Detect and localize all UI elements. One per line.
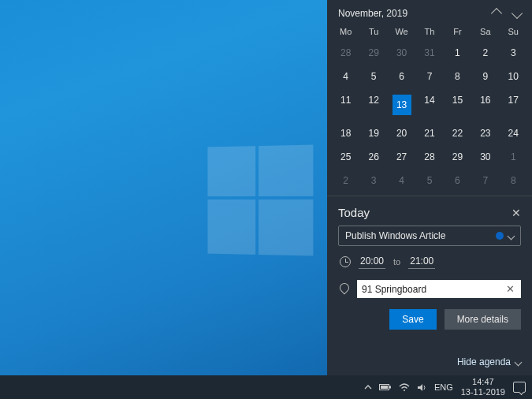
calendar-day[interactable]: 28 bbox=[332, 41, 359, 65]
chevron-down-icon bbox=[515, 358, 523, 366]
calendar-day[interactable]: 11 bbox=[332, 88, 359, 121]
location-field[interactable]: ✕ bbox=[357, 280, 521, 298]
clock[interactable]: 14:47 13-11-2019 bbox=[461, 377, 505, 397]
calendar-day[interactable]: 7 bbox=[415, 65, 443, 88]
clear-location-icon[interactable]: ✕ bbox=[504, 283, 516, 295]
calendar-day[interactable]: 8 bbox=[444, 65, 471, 88]
calendar-day[interactable]: 12 bbox=[359, 88, 387, 121]
event-title-input[interactable] bbox=[345, 230, 496, 241]
calendar-day[interactable]: 6 bbox=[388, 65, 415, 88]
calendar-day[interactable]: 6 bbox=[444, 169, 471, 192]
calendar-day[interactable]: 22 bbox=[444, 121, 471, 145]
calendar-day[interactable]: 8 bbox=[500, 169, 527, 192]
calendar-day[interactable]: 4 bbox=[332, 65, 359, 88]
save-button[interactable]: Save bbox=[389, 309, 436, 330]
calendar-day[interactable]: 7 bbox=[471, 169, 499, 192]
dow-label: Su bbox=[500, 24, 527, 41]
dow-label: Sa bbox=[471, 24, 499, 41]
calendar-day[interactable]: 24 bbox=[500, 121, 527, 145]
calendar-day[interactable]: 2 bbox=[471, 41, 499, 65]
event-title-field[interactable] bbox=[338, 226, 521, 246]
taskbar: ENG 14:47 13-11-2019 bbox=[0, 375, 532, 399]
start-time[interactable]: 20:00 bbox=[359, 254, 385, 269]
chevron-down-icon[interactable] bbox=[508, 232, 515, 240]
dow-label: Fr bbox=[444, 24, 471, 41]
calendar-day[interactable]: 28 bbox=[415, 145, 443, 169]
calendar-day[interactable]: 1 bbox=[444, 41, 471, 65]
calendar-day[interactable]: 19 bbox=[359, 121, 387, 145]
tray-chevron-icon[interactable] bbox=[364, 383, 372, 391]
next-month-button[interactable] bbox=[512, 8, 523, 19]
calendar-day[interactable]: 20 bbox=[388, 121, 415, 145]
calendar-day[interactable]: 4 bbox=[388, 169, 415, 192]
location-input[interactable] bbox=[362, 284, 504, 295]
calendar-day[interactable]: 30 bbox=[388, 41, 415, 65]
clock-icon bbox=[340, 256, 351, 267]
calendar-day[interactable]: 18 bbox=[332, 121, 359, 145]
system-tray: ENG bbox=[364, 382, 453, 392]
calendar-day[interactable]: 30 bbox=[471, 145, 499, 169]
calendar-day[interactable]: 25 bbox=[332, 145, 359, 169]
calendar-day[interactable]: 23 bbox=[471, 121, 499, 145]
volume-icon[interactable] bbox=[417, 383, 427, 392]
more-details-button[interactable]: More details bbox=[445, 309, 521, 330]
to-label: to bbox=[393, 257, 400, 267]
hide-agenda-button[interactable]: Hide agenda bbox=[327, 349, 532, 375]
calendar-day[interactable]: 1 bbox=[500, 145, 527, 169]
dow-label: Tu bbox=[359, 24, 387, 41]
calendar-day[interactable]: 5 bbox=[359, 65, 387, 88]
end-time[interactable]: 21:00 bbox=[408, 254, 435, 269]
calendar-day[interactable]: 14 bbox=[415, 88, 443, 121]
prev-month-button[interactable] bbox=[491, 8, 502, 19]
calendar-day[interactable]: 31 bbox=[415, 41, 443, 65]
calendar-day[interactable]: 9 bbox=[471, 65, 499, 88]
calendar-flyout: November, 2019 MoTuWeThFrSaSu 2829303112… bbox=[327, 0, 532, 375]
clock-date: 13-11-2019 bbox=[461, 387, 505, 397]
wifi-icon[interactable] bbox=[399, 383, 410, 392]
calendar-day[interactable]: 3 bbox=[359, 169, 387, 192]
dow-label: Th bbox=[415, 24, 443, 41]
calendar-day[interactable]: 2 bbox=[332, 169, 359, 192]
calendar-day[interactable]: 21 bbox=[415, 121, 443, 145]
calendar-day[interactable]: 10 bbox=[500, 65, 527, 88]
svg-rect-1 bbox=[389, 386, 391, 389]
calendar-day[interactable]: 16 bbox=[471, 88, 499, 121]
desktop[interactable]: November, 2019 MoTuWeThFrSaSu 2829303112… bbox=[0, 0, 532, 399]
location-icon bbox=[338, 284, 349, 295]
battery-icon[interactable] bbox=[379, 383, 392, 391]
calendar-day[interactable]: 3 bbox=[500, 41, 527, 65]
today-heading: Today bbox=[338, 206, 370, 219]
calendar-day-selected[interactable]: 13 bbox=[388, 88, 415, 121]
calendar-day[interactable]: 29 bbox=[444, 145, 471, 169]
month-label[interactable]: November, 2019 bbox=[338, 8, 407, 19]
close-icon[interactable]: ✕ bbox=[512, 207, 521, 219]
svg-rect-2 bbox=[381, 386, 388, 389]
windows-logo bbox=[207, 144, 314, 257]
calendar-day[interactable]: 5 bbox=[415, 169, 443, 192]
action-center-icon[interactable] bbox=[513, 382, 526, 393]
calendar-day[interactable]: 15 bbox=[444, 88, 471, 121]
dow-label: Mo bbox=[332, 24, 359, 41]
dow-label: We bbox=[388, 24, 415, 41]
calendar-color-dot[interactable] bbox=[496, 232, 504, 240]
calendar-day[interactable]: 29 bbox=[359, 41, 387, 65]
separator bbox=[327, 196, 532, 196]
calendar-day[interactable]: 17 bbox=[500, 88, 527, 121]
calendar-day[interactable]: 26 bbox=[359, 145, 387, 169]
svg-point-3 bbox=[404, 390, 405, 391]
language-indicator[interactable]: ENG bbox=[434, 382, 453, 392]
clock-time: 14:47 bbox=[461, 377, 505, 387]
calendar-day[interactable]: 27 bbox=[388, 145, 415, 169]
